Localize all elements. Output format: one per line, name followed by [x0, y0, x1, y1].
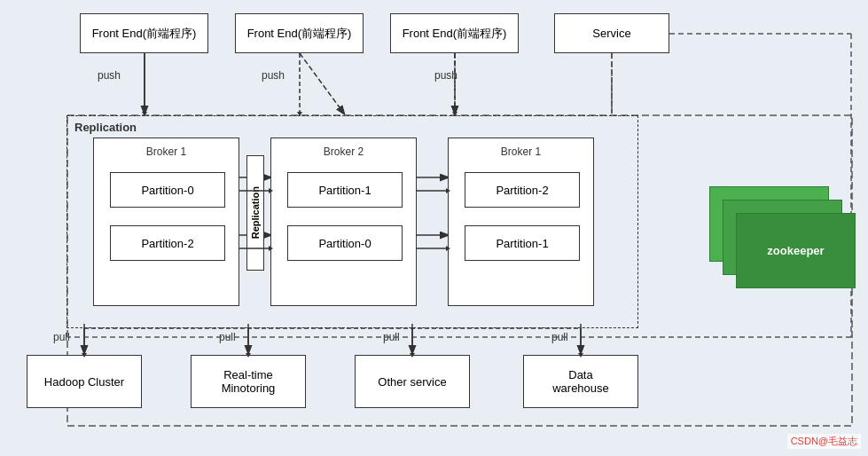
diagram-container: Front End(前端程序) Front End(前端程序) Front En…	[0, 0, 868, 456]
partition0-broker1: Partition-0	[110, 172, 225, 208]
watermark: CSDN@毛益志	[787, 434, 861, 449]
push-label-1: push	[98, 69, 121, 82]
partition2-broker3-label: Partition-2	[496, 184, 548, 197]
partition1-broker3: Partition-1	[465, 225, 580, 261]
service-label: Service	[592, 27, 630, 40]
broker1-box: Broker 1 Partition-0 Partition-2	[93, 138, 239, 306]
realtime-box: Real-time Minotoring	[191, 355, 306, 408]
broker3-label: Broker 1	[501, 145, 541, 158]
partition2-broker1-label: Partition-2	[141, 237, 193, 250]
service-box: Service	[554, 13, 669, 53]
pull-label-4: pull	[551, 331, 568, 343]
pull-label-3: pull	[383, 331, 400, 343]
broker3-box: Broker 1 Partition-2 Partition-1	[448, 138, 594, 306]
pull-label-1: pull	[53, 331, 70, 343]
push-label-3: push	[434, 69, 457, 82]
hadoop-label: Hadoop Cluster	[44, 375, 124, 389]
frontend1-box: Front End(前端程序)	[80, 13, 208, 53]
partition1-broker3-label: Partition-1	[496, 237, 548, 250]
replication-outer-label: Replication	[74, 121, 137, 134]
zookeeper-label: zookeeper	[767, 244, 824, 257]
partition1-broker2: Partition-1	[287, 172, 403, 208]
frontend3-label: Front End(前端程序)	[403, 26, 507, 42]
broker2-box: Broker 2 Partition-1 Partition-0	[270, 138, 417, 306]
zookeeper-box-3: zookeeper	[736, 213, 856, 288]
other-service-label: Other service	[378, 375, 446, 389]
partition0-broker2: Partition-0	[287, 225, 403, 261]
frontend2-box: Front End(前端程序)	[235, 13, 364, 53]
push-label-2: push	[262, 69, 285, 82]
broker1-label: Broker 1	[146, 145, 186, 158]
partition2-broker1: Partition-2	[110, 225, 225, 261]
frontend3-box: Front End(前端程序)	[390, 13, 519, 53]
partition0-broker2-label: Partition-0	[318, 237, 371, 250]
frontend2-label: Front End(前端程序)	[247, 26, 352, 42]
replication-vertical-box: Replication	[246, 155, 264, 271]
other-service-box: Other service	[355, 355, 470, 408]
replication-vertical-label: Replication	[250, 186, 261, 239]
partition1-broker2-label: Partition-1	[318, 184, 371, 197]
realtime-label: Real-time Minotoring	[222, 368, 276, 395]
svg-line-1	[300, 53, 344, 114]
datawarehouse-box: Data warehouse	[523, 355, 638, 408]
broker2-label: Broker 2	[324, 145, 364, 158]
partition0-broker1-label: Partition-0	[141, 184, 193, 197]
datawarehouse-label: Data warehouse	[552, 368, 609, 395]
hadoop-box: Hadoop Cluster	[27, 355, 142, 408]
pull-label-2: pull	[219, 331, 236, 343]
partition2-broker3: Partition-2	[465, 172, 580, 208]
frontend1-label: Front End(前端程序)	[92, 26, 197, 42]
